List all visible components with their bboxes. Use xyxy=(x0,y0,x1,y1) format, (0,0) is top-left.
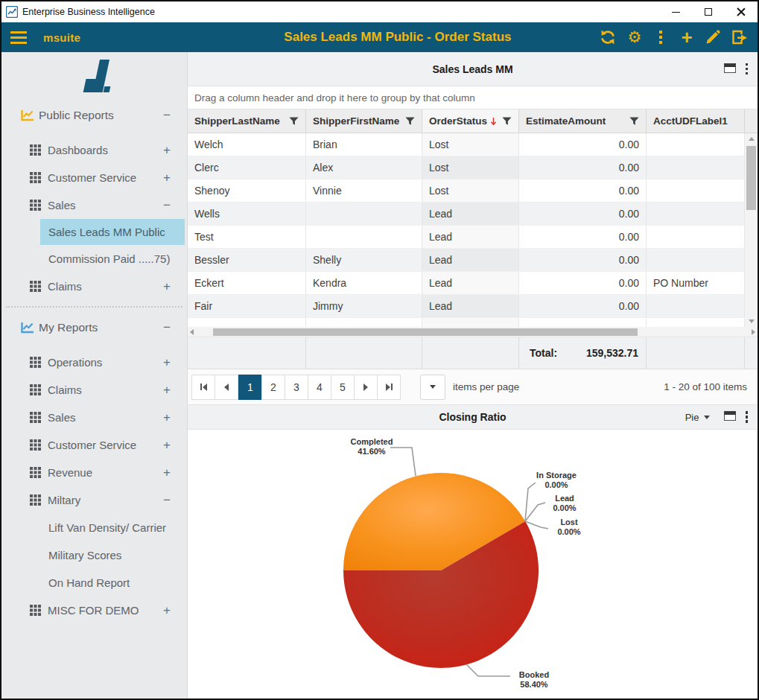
add-icon[interactable]: + xyxy=(679,30,694,45)
table-row[interactable] xyxy=(188,318,745,327)
sidebar-item-misc-for-demo[interactable]: MISC FOR DEMO+ xyxy=(1,596,187,624)
sidebar-item-operations[interactable]: Operations+ xyxy=(1,349,187,376)
sidebar-item-claims[interactable]: Claims+ xyxy=(1,273,187,300)
vertical-scroll-thumb[interactable] xyxy=(746,146,756,210)
expand-toggle-icon[interactable]: − xyxy=(163,198,171,213)
expand-toggle-icon[interactable]: + xyxy=(163,143,171,158)
filter-funnel-icon[interactable] xyxy=(405,116,415,126)
table-cell: Test xyxy=(188,226,306,248)
refresh-icon[interactable] xyxy=(600,29,616,45)
filter-funnel-icon[interactable] xyxy=(629,116,639,126)
collapse-toggle-icon[interactable]: − xyxy=(163,320,171,335)
kebab-menu-icon[interactable] xyxy=(653,31,668,44)
column-header-shipperlastname[interactable]: ShipperLastName xyxy=(188,109,306,133)
items-per-page-dropdown[interactable] xyxy=(420,375,445,400)
column-header-label: ShipperLastName xyxy=(194,115,280,127)
last-page-button[interactable] xyxy=(377,375,401,400)
table-row[interactable]: ClercAlexLost0.00 xyxy=(188,156,745,179)
table-footer-row: Total:159,532.71 xyxy=(188,337,758,369)
logout-icon[interactable] xyxy=(731,30,749,45)
sidebar-item-sales[interactable]: Sales+ xyxy=(1,404,187,431)
sidebar-item-label: Sales xyxy=(48,411,76,424)
sidebar-item-revenue[interactable]: Revenue+ xyxy=(1,459,187,486)
page-button-2[interactable]: 2 xyxy=(261,375,285,400)
collapse-toggle-icon[interactable]: − xyxy=(163,108,171,123)
expand-toggle-icon[interactable]: + xyxy=(163,279,171,294)
expand-toggle-icon[interactable]: + xyxy=(163,438,171,453)
sidebar-item-dashboards[interactable]: Dashboards+ xyxy=(1,136,187,164)
minimize-button[interactable] xyxy=(659,1,692,22)
filter-funnel-icon[interactable] xyxy=(289,116,299,126)
scroll-left-icon[interactable] xyxy=(190,329,194,335)
table-cell: Lost xyxy=(422,179,519,202)
expand-toggle-icon[interactable]: + xyxy=(163,383,171,398)
sidebar-item-sales[interactable]: Sales− xyxy=(1,191,187,219)
column-header-shipperfirstname[interactable]: ShipperFirstName xyxy=(306,109,422,133)
horizontal-scroll-thumb[interactable] xyxy=(213,328,638,336)
table-row[interactable]: ShenoyVinnieLost0.00 xyxy=(188,179,745,203)
sidebar-item-lift-van-density-carrier[interactable]: Lift Van Density/ Carrier xyxy=(1,514,187,541)
chart-type-dropdown[interactable]: Pie xyxy=(685,412,710,423)
window-panel-icon[interactable] xyxy=(724,63,736,76)
sidebar-item-miltary[interactable]: Miltary− xyxy=(1,486,187,514)
scroll-right-icon[interactable] xyxy=(752,329,755,335)
table-cell: Lead xyxy=(422,203,519,225)
table-cell xyxy=(647,318,745,327)
grid-icon xyxy=(30,494,41,506)
expand-toggle-icon[interactable]: + xyxy=(163,465,171,480)
grid-kebab-menu-icon[interactable] xyxy=(746,63,749,75)
window-panel-icon[interactable] xyxy=(724,410,736,424)
table-row[interactable]: WellsLead0.00 xyxy=(188,203,745,226)
table-cell: Clerc xyxy=(188,156,306,179)
scroll-down-icon[interactable] xyxy=(745,316,758,327)
grid-icon xyxy=(30,172,41,183)
footer-cell xyxy=(647,337,745,369)
minimize-icon xyxy=(672,12,680,13)
expand-toggle-icon[interactable]: − xyxy=(163,493,171,508)
column-header-estimateamount[interactable]: EstimateAmount xyxy=(519,109,647,133)
table-cell xyxy=(647,133,745,156)
settings-gear-icon[interactable]: ⚙ xyxy=(627,30,642,45)
first-page-button[interactable] xyxy=(191,375,215,400)
scroll-up-icon[interactable] xyxy=(745,133,758,144)
column-header-orderstatus[interactable]: OrderStatus xyxy=(422,109,519,133)
sidebar-item-customer-service[interactable]: Customer Service+ xyxy=(1,164,187,191)
edit-pencil-icon[interactable] xyxy=(705,30,720,45)
sidebar-item-customer-service[interactable]: Customer Service+ xyxy=(1,431,187,459)
page-button-4[interactable]: 4 xyxy=(308,375,331,400)
close-button[interactable] xyxy=(725,1,758,22)
table-row[interactable]: BesslerShellyLead0.00 xyxy=(188,249,745,272)
page-button-1[interactable]: 1 xyxy=(238,375,262,400)
chart-panel-header: Closing Ratio Pie xyxy=(188,404,758,430)
page-button-3[interactable]: 3 xyxy=(285,375,308,400)
table-cell xyxy=(306,203,422,225)
filter-funnel-icon[interactable] xyxy=(502,116,512,126)
expand-toggle-icon[interactable]: + xyxy=(163,603,171,618)
column-header-label: OrderStatus xyxy=(429,115,487,127)
group-by-bar[interactable]: Drag a column header and drop it here to… xyxy=(188,86,758,109)
sidebar-item-military-scores[interactable]: Military Scores xyxy=(1,541,187,569)
sidebar-section-my-reports[interactable]: My Reports− xyxy=(1,314,187,342)
chart-kebab-menu-icon[interactable] xyxy=(746,411,749,423)
expand-toggle-icon[interactable]: + xyxy=(163,355,171,370)
next-page-button[interactable] xyxy=(354,375,378,400)
maximize-button[interactable] xyxy=(692,1,725,22)
page-button-5[interactable]: 5 xyxy=(331,375,355,400)
sidebar-item-sales-leads-mm-public[interactable]: Sales Leads MM Public xyxy=(40,219,185,245)
table-row[interactable]: EckertKendraLead0.00PO Number xyxy=(188,272,745,295)
horizontal-scrollbar[interactable] xyxy=(188,327,758,337)
table-row[interactable]: WelchBrianLost0.00 xyxy=(188,133,745,156)
table-cell xyxy=(422,318,519,327)
column-header-acctudflabel1[interactable]: AcctUDFLabel1 xyxy=(647,109,745,133)
expand-toggle-icon[interactable]: + xyxy=(163,171,171,185)
table-row[interactable]: TestLead0.00 xyxy=(188,226,745,249)
sidebar-item-on-hand-report[interactable]: On Hand Report xyxy=(1,569,187,596)
previous-page-button[interactable] xyxy=(215,375,238,400)
table-row[interactable]: FairJimmyLead0.00 xyxy=(188,295,745,318)
sidebar-item-claims[interactable]: Claims+ xyxy=(1,376,187,404)
sidebar-section-public-reports[interactable]: Public Reports− xyxy=(1,101,187,130)
hamburger-menu-icon[interactable] xyxy=(10,31,27,44)
expand-toggle-icon[interactable]: + xyxy=(163,410,171,425)
vertical-scrollbar[interactable] xyxy=(745,133,758,327)
sidebar-item-commission-paid-75[interactable]: Commission Paid .....75) xyxy=(1,245,187,273)
